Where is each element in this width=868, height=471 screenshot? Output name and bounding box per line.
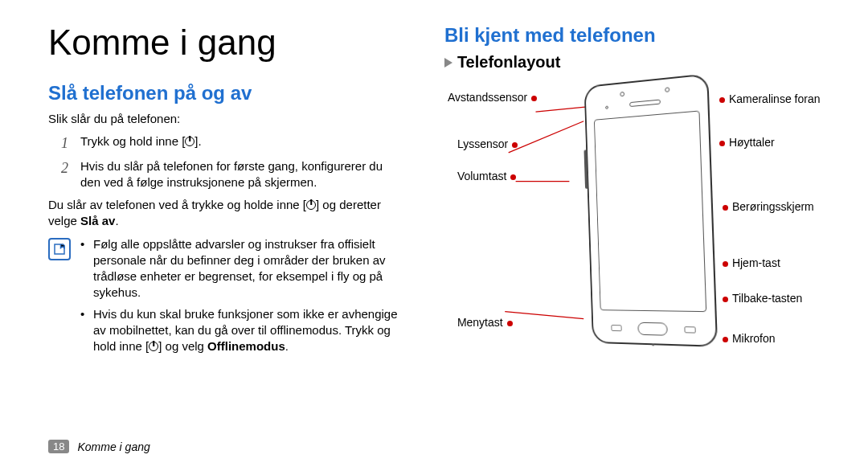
phone-body-illustration: [583, 73, 718, 347]
left-column: Slå telefonen på og av Slik slår du på t…: [48, 82, 406, 369]
power-icon: [185, 137, 194, 146]
note-bullet-2: • Hvis du kun skal bruke funksjoner som …: [80, 306, 406, 355]
label-touch: Berøringsskjerm: [732, 200, 814, 213]
footer-chapter: Komme i gang: [77, 440, 149, 453]
page-footer: 18 Komme i gang: [48, 440, 150, 453]
label-home: Hjem-tast: [732, 256, 780, 269]
section-heading-power: Slå telefonen på og av: [48, 82, 406, 104]
off-c: .: [115, 214, 118, 227]
subheading-text: Telefonlayout: [457, 53, 561, 72]
section-heading-phone: Bli kjent med telefonen: [444, 24, 820, 47]
phone-diagram: Avstandssensor Lyssensor Volumtast Menyt…: [448, 80, 820, 369]
label-back: Tilbake-tasten: [732, 292, 802, 305]
step-1: 1 Trykk og hold inne [].: [61, 133, 406, 153]
note-bullet-1: • Følg alle oppslåtte advarsler og instr…: [80, 236, 406, 301]
note2-c: .: [285, 339, 289, 353]
step-number-1: 1: [61, 133, 72, 153]
chevron-right-icon: [444, 58, 452, 68]
step1-text-b: ].: [194, 134, 201, 148]
note2-b: ] og velg: [158, 339, 207, 353]
label-camera: Kameralinse foran: [729, 92, 821, 105]
power-icon: [149, 342, 158, 351]
off-bold: Slå av: [80, 214, 115, 227]
step1-text-a: Trykk og hold inne [: [80, 134, 185, 148]
label-speaker: Høyttaler: [729, 136, 775, 149]
label-proximity: Avstandssensor: [448, 91, 527, 104]
note2-bold: Offlinemodus: [207, 339, 285, 353]
label-light: Lyssensor: [457, 137, 508, 150]
label-menu: Menytast: [457, 316, 503, 329]
intro-text: Slik slår du på telefonen:: [48, 111, 406, 127]
subheading-layout: Telefonlayout: [444, 53, 820, 72]
step-2: 2 Hvis du slår på telefonen for første g…: [61, 158, 406, 191]
label-mic: Mikrofon: [732, 332, 776, 345]
note1-text: Følg alle oppslåtte advarsler og instruk…: [93, 236, 406, 301]
right-column: Bli kjent med telefonen Telefonlayout: [444, 82, 820, 369]
power-icon: [306, 200, 316, 210]
label-volume: Volumtast: [457, 170, 506, 182]
step2-text: Hvis du slår på telefonen for første gan…: [80, 158, 406, 191]
step-number-2: 2: [61, 158, 72, 191]
page-number: 18: [48, 440, 69, 453]
off-a: Du slår av telefonen ved å trykke og hol…: [48, 198, 306, 211]
turn-off-text: Du slår av telefonen ved å trykke og hol…: [48, 197, 406, 230]
note-icon: [48, 238, 71, 260]
